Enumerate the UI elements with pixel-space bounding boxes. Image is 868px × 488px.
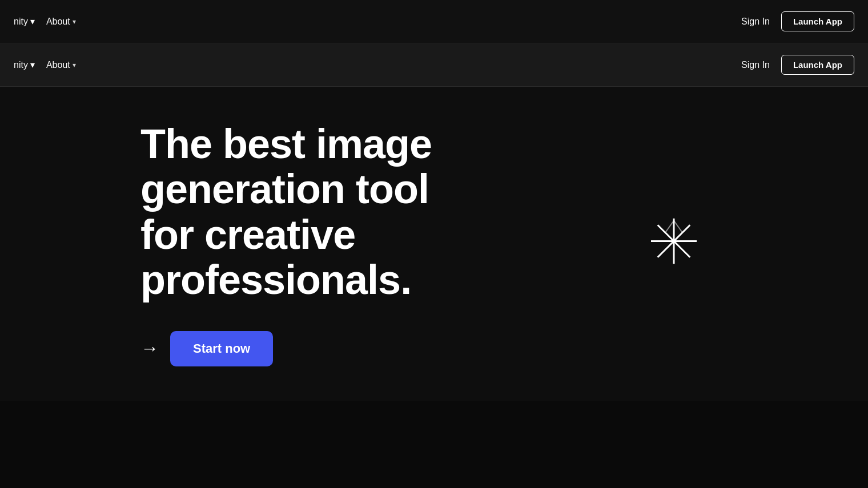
hero-title-line1: The best image generation tool [140,121,432,212]
navbar-2-left: nity ▾ About ▾ [14,55,83,75]
about-chevron-icon-2: ▾ [73,61,76,69]
nav-item-community-partial[interactable]: nity ▾ [14,11,35,31]
about-label-1: About [46,17,70,27]
community-partial-text: nity [14,17,28,27]
navbar-2-right: Sign In Launch App [741,55,854,75]
sign-in-button-2[interactable]: Sign In [741,60,770,70]
nav-item-about-2[interactable]: About ▾ [39,55,83,75]
hero-section: The best image generation tool for creat… [0,87,868,401]
svg-line-5 [665,220,674,232]
start-now-button[interactable]: Start now [170,331,273,366]
svg-line-4 [674,220,682,232]
launch-app-button-1[interactable]: Launch App [781,11,854,31]
starburst-decoration [651,218,697,270]
community-chevron-icon-2: ▾ [30,59,35,70]
navbar-1: nity ▾ About ▾ Sign In Launch App [0,0,868,43]
nav-item-about-1[interactable]: About ▾ [39,12,83,31]
about-chevron-icon-1: ▾ [73,18,76,26]
navbar-2: nity ▾ About ▾ Sign In Launch App [0,43,868,87]
hero-cta: → Start now [140,331,626,366]
navbar-1-right: Sign In Launch App [741,11,854,31]
about-label-2: About [46,60,70,70]
hero-title-line2: for creative professionals. [140,212,411,303]
bottom-section [0,401,868,488]
community-partial-text-2: nity [14,60,28,70]
launch-app-button-2[interactable]: Launch App [781,55,854,75]
arrow-right-icon: → [140,338,159,359]
hero-content: The best image generation tool for creat… [140,122,626,366]
nav-item-community-partial-2[interactable]: nity ▾ [14,55,35,75]
sign-in-button-1[interactable]: Sign In [741,17,770,27]
navbar-1-left: nity ▾ About ▾ [14,11,83,31]
community-chevron-icon: ▾ [30,16,35,27]
starburst-icon [651,218,697,264]
hero-title: The best image generation tool for creat… [140,122,626,303]
